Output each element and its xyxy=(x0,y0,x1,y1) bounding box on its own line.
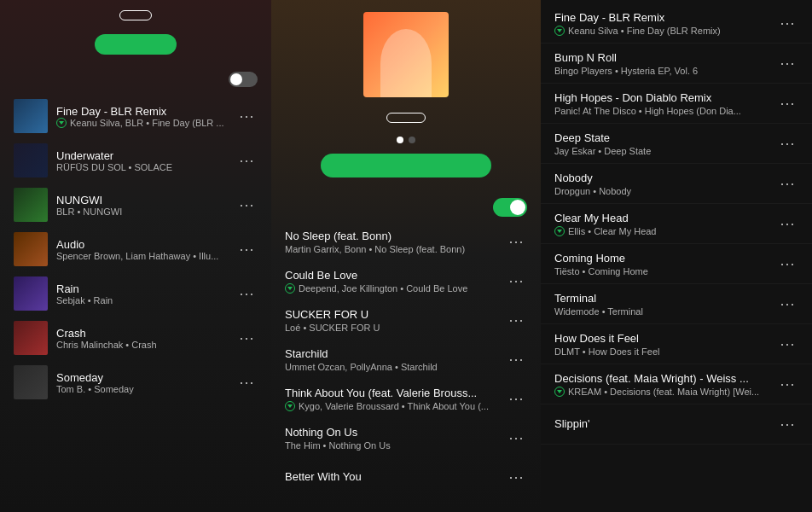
track-info: High Hopes - Don Diablo Remix Panic! At … xyxy=(554,91,776,116)
track-meta: Keanu Silva • Fine Day (BLR Remix) xyxy=(554,26,776,36)
track-meta-text: Keanu Silva • Fine Day (BLR Remix) xyxy=(568,26,721,36)
more-options-button[interactable]: ⋯ xyxy=(505,464,527,490)
track-meta: Tiësto • Coming Home xyxy=(554,266,776,276)
right-track-item[interactable]: Nobody Dropgun • Nobody ⋯ xyxy=(541,164,812,204)
playlist-hero xyxy=(271,0,541,195)
right-track-item[interactable]: Decisions (feat. Maia Wright) - Weiss ..… xyxy=(541,364,812,404)
track-meta-text: RÜFÜS DU SOL • SOLACE xyxy=(56,162,172,172)
play-button[interactable] xyxy=(95,34,177,55)
track-name: No Sleep (feat. Bonn) xyxy=(285,230,505,242)
track-name: High Hopes - Don Diablo Remix xyxy=(554,91,776,104)
more-options-button[interactable]: ⋯ xyxy=(235,325,258,351)
more-options-button[interactable]: ⋯ xyxy=(235,236,258,262)
more-options-button[interactable]: ⋯ xyxy=(235,369,258,395)
more-options-button[interactable]: ⋯ xyxy=(505,346,527,372)
track-meta: Ummet Ozcan, PollyAnna • Starchild xyxy=(285,362,505,372)
mid-track-item[interactable]: Could Be Love Deepend, Joe Killington • … xyxy=(271,261,541,300)
following-button[interactable] xyxy=(119,10,152,20)
track-info: Someday Tom B. • Someday xyxy=(56,371,235,394)
mid-track-item[interactable]: Starchild Ummet Ozcan, PollyAnna • Starc… xyxy=(271,340,541,379)
left-track-item[interactable]: Someday Tom B. • Someday ⋯ xyxy=(0,360,271,404)
more-options-button[interactable]: ⋯ xyxy=(776,50,798,76)
mid-track-item[interactable]: Better With You ⋯ xyxy=(271,457,541,497)
track-meta: RÜFÜS DU SOL • SOLACE xyxy=(56,162,235,172)
right-track-item[interactable]: How Does it Feel DLMT • How Does it Feel… xyxy=(541,324,812,364)
right-track-item[interactable]: Bump N Roll Bingo Players • Hysteria EP,… xyxy=(541,44,812,84)
shuffle-play-button[interactable] xyxy=(321,154,491,177)
mid-track-item[interactable]: SUCKER FOR U Loé • SUCKER FOR U ⋯ xyxy=(271,300,541,340)
track-info: Bump N Roll Bingo Players • Hysteria EP,… xyxy=(554,51,776,76)
left-track-item[interactable]: Underwater RÜFÜS DU SOL • SOLACE ⋯ xyxy=(0,138,271,183)
more-options-button[interactable]: ⋯ xyxy=(776,251,798,276)
track-meta: Kygo, Valerie Broussard • Think About Yo… xyxy=(285,401,505,411)
track-meta-text: Deepend, Joe Killington • Could Be Love xyxy=(299,283,467,294)
track-name: Think About You (feat. Valerie Brouss... xyxy=(285,387,505,399)
left-track-item[interactable]: Audio Spencer Brown, Liam Hathaway • Ill… xyxy=(0,227,271,271)
track-info: NUNGWI BLR • NUNGWI xyxy=(56,194,235,217)
track-info: SUCKER FOR U Loé • SUCKER FOR U xyxy=(285,308,505,333)
more-options-button[interactable]: ⋯ xyxy=(235,148,258,173)
track-meta-text: Keanu Silva, BLR • Fine Day (BLR ... xyxy=(70,118,224,128)
track-meta-text: Tom B. • Someday xyxy=(56,384,134,394)
more-options-button[interactable]: ⋯ xyxy=(776,371,798,397)
track-info: Rain Sebjak • Rain xyxy=(56,282,235,305)
left-track-item[interactable]: NUNGWI BLR • NUNGWI ⋯ xyxy=(0,183,271,227)
mid-track-item[interactable]: No Sleep (feat. Bonn) Martin Garrix, Bon… xyxy=(271,222,541,261)
mid-track-item[interactable]: Think About You (feat. Valerie Brouss...… xyxy=(271,379,541,418)
right-track-item[interactable]: Clear My Head Ellis • Clear My Head ⋯ xyxy=(541,204,812,244)
more-options-button[interactable]: ⋯ xyxy=(776,211,798,236)
more-options-button[interactable]: ⋯ xyxy=(505,307,527,333)
download-icon xyxy=(554,26,565,36)
right-track-item[interactable]: Deep State Jay Eskar • Deep State ⋯ xyxy=(541,124,812,164)
track-meta-text: Kygo, Valerie Broussard • Think About Yo… xyxy=(299,401,489,411)
right-track-item[interactable]: Fine Day - BLR Remix Keanu Silva • Fine … xyxy=(541,3,812,44)
track-thumb xyxy=(14,143,48,177)
more-options-button[interactable]: ⋯ xyxy=(235,192,258,218)
track-thumb xyxy=(14,365,48,399)
left-track-item[interactable]: Fine Day - BLR Remix Keanu Silva, BLR • … xyxy=(0,94,271,138)
mid-toggle-knob xyxy=(510,200,525,215)
more-options-button[interactable]: ⋯ xyxy=(776,10,798,36)
track-name: Slippin' xyxy=(554,417,776,430)
download-icon xyxy=(554,387,565,397)
track-info: Think About You (feat. Valerie Brouss...… xyxy=(285,387,505,411)
more-options-button[interactable]: ⋯ xyxy=(776,90,798,116)
more-options-button[interactable]: ⋯ xyxy=(776,331,798,357)
track-info: Coming Home Tiësto • Coming Home xyxy=(554,252,776,276)
track-info: Crash Chris Malinchak • Crash xyxy=(56,327,235,350)
more-options-button[interactable]: ⋯ xyxy=(505,386,527,411)
track-meta: Deepend, Joe Killington • Could Be Love xyxy=(285,283,505,294)
track-info: Terminal Widemode • Terminal xyxy=(554,292,776,317)
more-options-button[interactable]: ⋯ xyxy=(776,171,798,196)
left-top-area xyxy=(0,0,271,72)
left-track-item[interactable]: Crash Chris Malinchak • Crash ⋯ xyxy=(0,316,271,360)
more-options-button[interactable]: ⋯ xyxy=(505,425,527,451)
more-options-button[interactable]: ⋯ xyxy=(776,411,798,437)
mid-track-item[interactable]: Nothing On Us The Him • Nothing On Us ⋯ xyxy=(271,418,541,457)
download-toggle[interactable] xyxy=(229,72,258,87)
download-icon xyxy=(554,226,565,236)
more-options-button[interactable]: ⋯ xyxy=(776,131,798,156)
track-name: Could Be Love xyxy=(285,269,505,282)
track-meta: Sebjak • Rain xyxy=(56,295,235,305)
track-name: Fine Day - BLR Remix xyxy=(554,11,776,24)
more-options-button[interactable]: ⋯ xyxy=(505,229,527,254)
right-track-item[interactable]: High Hopes - Don Diablo Remix Panic! At … xyxy=(541,84,812,124)
right-track-item[interactable]: Coming Home Tiësto • Coming Home ⋯ xyxy=(541,244,812,284)
right-track-item[interactable]: Slippin' ⋯ xyxy=(541,404,812,445)
more-options-button[interactable]: ⋯ xyxy=(505,268,527,294)
track-meta-text: DLMT • How Does it Feel xyxy=(554,346,659,357)
following-button-mid[interactable] xyxy=(386,113,426,123)
left-track-item[interactable]: Rain Sebjak • Rain ⋯ xyxy=(0,271,271,316)
right-track-item[interactable]: Terminal Widemode • Terminal ⋯ xyxy=(541,284,812,324)
more-options-button[interactable]: ⋯ xyxy=(776,291,798,317)
more-options-button[interactable]: ⋯ xyxy=(235,281,258,306)
track-name: How Does it Feel xyxy=(554,332,776,345)
more-options-button[interactable]: ⋯ xyxy=(235,103,258,129)
mid-download-toggle[interactable] xyxy=(493,198,527,217)
track-name: Clear My Head xyxy=(554,212,776,224)
track-name: Starchild xyxy=(285,347,505,360)
track-meta-text: Martin Garrix, Bonn • No Sleep (feat. Bo… xyxy=(285,244,465,254)
track-meta-text: Chris Malinchak • Crash xyxy=(56,340,157,350)
track-meta-text: Dropgun • Nobody xyxy=(554,186,631,196)
